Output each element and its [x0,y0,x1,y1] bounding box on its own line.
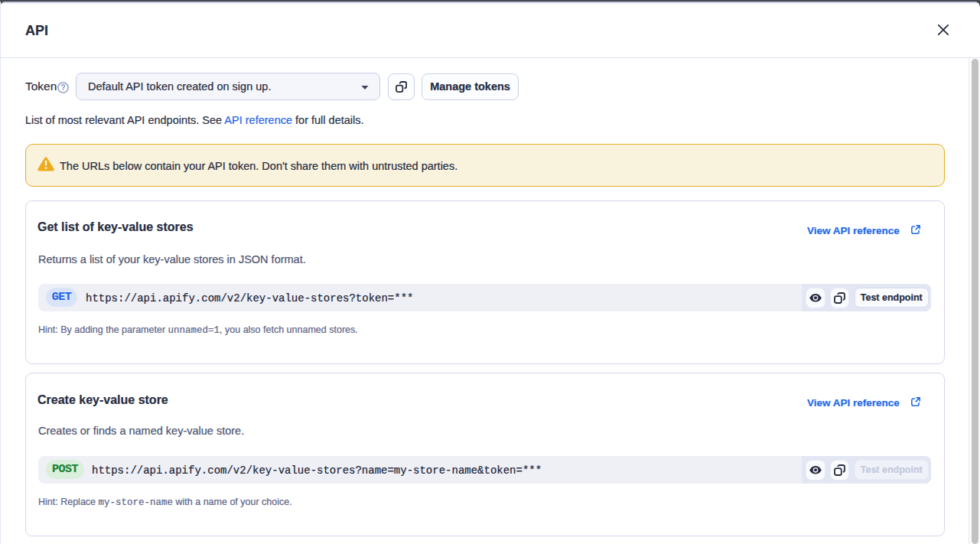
svg-text:?: ? [60,83,65,92]
